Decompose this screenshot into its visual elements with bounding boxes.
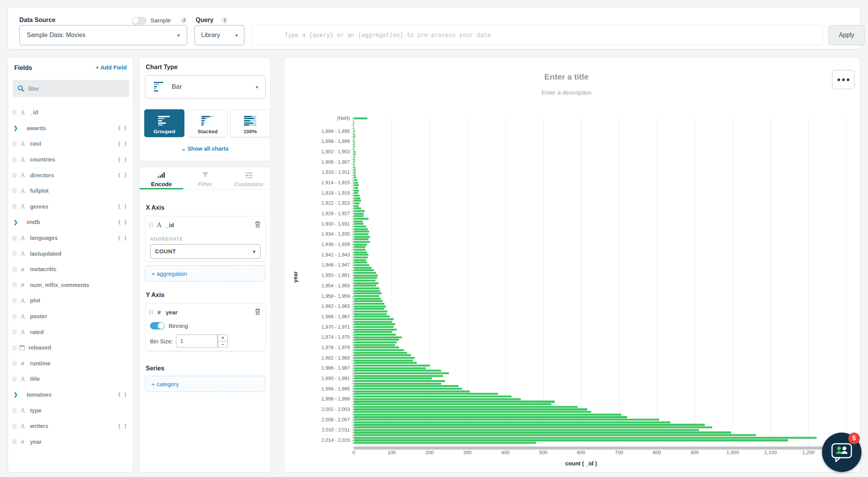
field-item-genres[interactable]: Agenres[ ] bbox=[8, 199, 133, 215]
bar[interactable] bbox=[354, 396, 512, 397]
bar[interactable] bbox=[354, 375, 443, 377]
chart-type-select[interactable]: Bar ▾ bbox=[145, 75, 266, 98]
bar[interactable] bbox=[354, 316, 390, 317]
add-category-button[interactable]: + category bbox=[145, 376, 266, 392]
bar[interactable] bbox=[354, 210, 365, 212]
field-item-cast[interactable]: Acast[ ] bbox=[8, 136, 133, 152]
bar[interactable] bbox=[354, 228, 368, 230]
query-input[interactable] bbox=[252, 25, 823, 45]
bar[interactable] bbox=[354, 367, 426, 369]
bar[interactable] bbox=[354, 195, 360, 197]
bar[interactable] bbox=[354, 182, 358, 184]
bar[interactable] bbox=[354, 406, 578, 408]
bar[interactable] bbox=[354, 135, 355, 137]
bar[interactable] bbox=[354, 213, 364, 215]
sample-toggle[interactable] bbox=[132, 17, 147, 24]
bar[interactable] bbox=[354, 226, 366, 227]
field-item-tomatoes[interactable]: ❯tomatoes{ } bbox=[8, 387, 133, 403]
bar[interactable] bbox=[354, 207, 361, 209]
bar[interactable] bbox=[354, 323, 395, 325]
chart-description-placeholder[interactable]: Enter a description bbox=[285, 89, 848, 96]
bar[interactable] bbox=[354, 223, 363, 225]
bar[interactable] bbox=[354, 401, 555, 402]
field-item-fullplot[interactable]: Afullplot bbox=[8, 183, 133, 199]
library-select[interactable]: Library ▾ bbox=[194, 25, 244, 45]
bar[interactable] bbox=[354, 138, 355, 140]
bar[interactable] bbox=[354, 334, 396, 336]
delete-x-field-button[interactable] bbox=[255, 221, 261, 229]
field-item-year[interactable]: #year bbox=[8, 434, 133, 450]
field-item-num_mflix_comments[interactable]: #num_mflix_comments bbox=[8, 277, 133, 293]
field-item-countries[interactable]: Acountries[ ] bbox=[8, 152, 133, 168]
bar[interactable] bbox=[354, 127, 355, 129]
bar[interactable] bbox=[354, 377, 432, 379]
sample-info-icon[interactable]: i bbox=[181, 17, 187, 24]
bar[interactable] bbox=[354, 424, 705, 426]
bar[interactable] bbox=[354, 388, 462, 390]
bar[interactable] bbox=[354, 254, 368, 256]
bar[interactable] bbox=[354, 434, 756, 436]
bar[interactable] bbox=[354, 308, 384, 310]
bar[interactable] bbox=[354, 275, 378, 277]
field-filter-box[interactable] bbox=[13, 80, 129, 97]
tab-filter[interactable]: Filter bbox=[183, 172, 227, 187]
bar[interactable] bbox=[354, 164, 355, 166]
bar[interactable] bbox=[354, 331, 392, 333]
support-chat-button[interactable]: 5 bbox=[822, 433, 861, 472]
bar[interactable] bbox=[354, 372, 449, 374]
bar[interactable] bbox=[354, 300, 383, 302]
bar[interactable] bbox=[354, 313, 387, 315]
field-item-awards[interactable]: ❯awards{ } bbox=[8, 121, 133, 136]
bar[interactable] bbox=[354, 122, 355, 124]
bar[interactable] bbox=[354, 130, 355, 132]
bar[interactable] bbox=[354, 202, 360, 204]
field-item-released[interactable]: released bbox=[8, 340, 133, 356]
field-item-languages[interactable]: Alanguages[ ] bbox=[8, 230, 133, 246]
bar[interactable] bbox=[354, 233, 368, 235]
add-field-button[interactable]: + Add Field bbox=[95, 64, 127, 71]
bar[interactable] bbox=[354, 298, 381, 300]
bar[interactable] bbox=[354, 354, 411, 356]
bar[interactable] bbox=[354, 431, 731, 433]
bar[interactable] bbox=[354, 380, 445, 382]
bin-size-input[interactable] bbox=[176, 334, 218, 348]
bar[interactable] bbox=[354, 187, 358, 189]
chevron-right-icon[interactable]: ❯ bbox=[14, 392, 18, 397]
bar[interactable] bbox=[354, 295, 379, 297]
bar[interactable] bbox=[354, 365, 430, 367]
binning-toggle[interactable] bbox=[150, 322, 165, 329]
bar[interactable] bbox=[354, 148, 355, 150]
bar[interactable] bbox=[354, 141, 355, 143]
variant-100-button[interactable]: 100% bbox=[230, 109, 270, 137]
field-item-_id[interactable]: A_id bbox=[8, 105, 133, 121]
bar[interactable] bbox=[354, 161, 355, 163]
bar[interactable] bbox=[354, 205, 359, 207]
bar[interactable] bbox=[354, 318, 394, 320]
bar[interactable] bbox=[354, 249, 365, 251]
bar[interactable] bbox=[354, 437, 817, 439]
bar[interactable] bbox=[354, 306, 386, 307]
bar[interactable] bbox=[354, 277, 377, 279]
bar[interactable] bbox=[354, 439, 788, 441]
bar[interactable] bbox=[354, 416, 627, 418]
bar[interactable] bbox=[354, 143, 355, 145]
bar[interactable] bbox=[354, 341, 397, 343]
field-item-plot[interactable]: Aplot bbox=[8, 293, 133, 309]
bar[interactable] bbox=[354, 200, 361, 202]
bar[interactable] bbox=[354, 336, 402, 338]
bar[interactable] bbox=[354, 267, 372, 269]
bar[interactable] bbox=[354, 326, 394, 328]
bar[interactable] bbox=[354, 357, 415, 359]
bar[interactable] bbox=[354, 303, 384, 305]
bar[interactable] bbox=[354, 174, 356, 176]
tab-customize[interactable]: Customize bbox=[227, 172, 271, 187]
bar[interactable] bbox=[354, 419, 659, 421]
chevron-right-icon[interactable]: ❯ bbox=[14, 125, 18, 131]
bar[interactable] bbox=[354, 280, 375, 282]
field-item-writers[interactable]: Awriters[ ] bbox=[8, 418, 133, 434]
bar[interactable] bbox=[354, 166, 355, 168]
bar[interactable] bbox=[354, 192, 358, 194]
bar[interactable] bbox=[354, 385, 459, 387]
bar[interactable] bbox=[354, 184, 359, 186]
bar[interactable] bbox=[354, 442, 536, 444]
